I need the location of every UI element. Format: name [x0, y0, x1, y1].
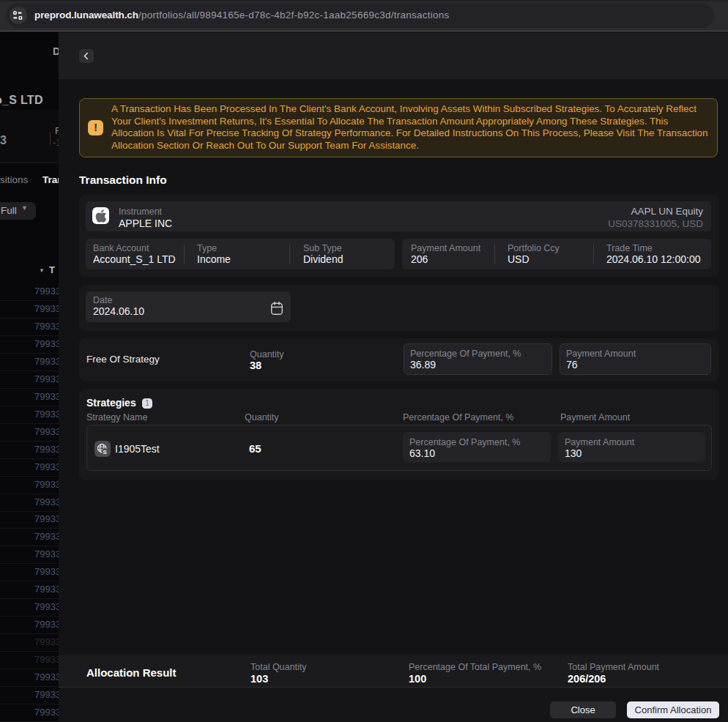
svg-text:S: S	[103, 449, 108, 455]
